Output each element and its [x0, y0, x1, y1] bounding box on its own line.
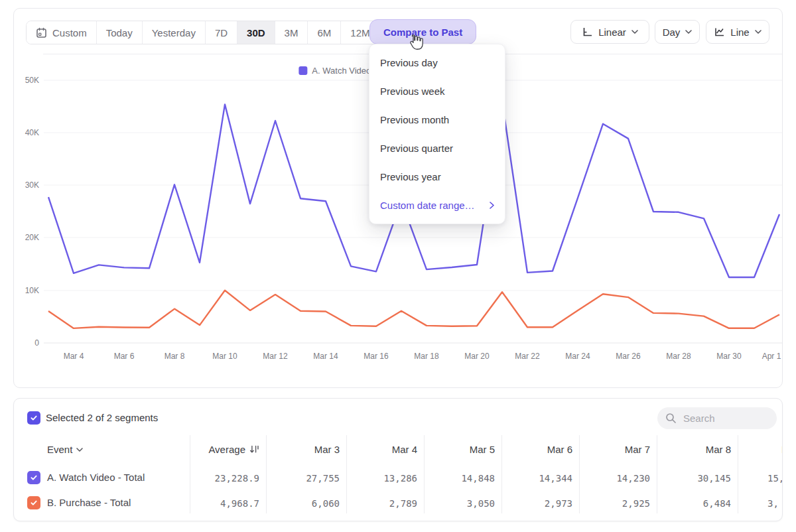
- x-axis-label: Mar 8: [165, 352, 185, 361]
- x-axis-label: Mar 28: [666, 352, 691, 361]
- cell: 2,789: [389, 498, 417, 509]
- x-axis-label: Mar 30: [716, 352, 741, 361]
- column-header-event[interactable]: Event: [47, 444, 83, 455]
- menu-item-label: Previous quarter: [380, 143, 453, 154]
- cell: 15,: [767, 473, 783, 484]
- row-label: B. Purchase - Total: [47, 497, 131, 508]
- menu-item-label: Previous year: [380, 171, 441, 182]
- cell: 3,050: [467, 498, 495, 509]
- x-axis-label: Mar 20: [464, 352, 489, 361]
- y-axis-label: 10K: [17, 286, 39, 295]
- column-separator: [738, 435, 738, 513]
- x-axis-label: Mar 10: [212, 352, 237, 361]
- menu-item-custom-date-range[interactable]: Custom date range…: [369, 191, 505, 220]
- search-icon: [665, 413, 677, 424]
- row-checkbox-purchase[interactable]: [27, 496, 40, 509]
- check-icon: [30, 414, 38, 422]
- compare-to-past-menu: Previous dayPrevious weekPrevious monthP…: [369, 44, 505, 224]
- menu-item-label: Previous month: [380, 114, 449, 125]
- y-axis-label: 0: [17, 338, 39, 348]
- x-axis-label: Mar 24: [565, 352, 590, 361]
- column-header-mar-5[interactable]: Mar 5: [470, 444, 495, 455]
- x-axis-label: Mar 18: [414, 352, 438, 361]
- column-header-clipped[interactable]: M: [781, 444, 783, 455]
- column-separator: [346, 435, 347, 513]
- cell: 2,925: [622, 498, 650, 509]
- x-axis-label: Mar 22: [515, 352, 539, 361]
- column-separator: [501, 435, 502, 513]
- cell: 2,973: [545, 498, 572, 509]
- cell: 3,: [767, 498, 779, 509]
- cell: 4,968.7: [220, 498, 259, 509]
- column-separator: [657, 435, 657, 513]
- search-box: [657, 407, 777, 429]
- column-separator: [190, 435, 190, 513]
- cell: 6,484: [703, 498, 731, 509]
- y-axis-label: 50K: [17, 76, 39, 85]
- menu-item-previous-day[interactable]: Previous day: [369, 48, 505, 77]
- selected-segments-label: Selected 2 of 2 segments: [46, 412, 158, 423]
- cell: 14,848: [461, 473, 495, 484]
- x-axis-label: Mar 16: [364, 352, 388, 361]
- x-axis-label: Mar 26: [616, 352, 640, 361]
- column-header-mar-6[interactable]: Mar 6: [547, 444, 572, 455]
- cell: 30,145: [697, 473, 731, 484]
- column-separator: [424, 435, 425, 513]
- cell: 14,344: [539, 473, 572, 484]
- x-axis-label: Mar 4: [64, 352, 84, 361]
- cell: 13,286: [383, 473, 417, 484]
- y-axis-label: 20K: [17, 233, 39, 242]
- search-input[interactable]: [682, 412, 764, 425]
- legend-swatch: [298, 66, 307, 75]
- column-header-mar-3[interactable]: Mar 3: [314, 444, 340, 455]
- row-label: A. Watch Video - Total: [47, 472, 145, 483]
- segments-card: Selected 2 of 2 segments EventAverageMar…: [13, 398, 783, 521]
- cell: 6,060: [312, 498, 340, 509]
- menu-item-previous-year[interactable]: Previous year: [369, 163, 505, 191]
- cell: 27,755: [306, 473, 340, 484]
- row-checkbox-watch-video[interactable]: [27, 471, 40, 484]
- sort-descending-icon: [249, 445, 259, 454]
- column-header-average[interactable]: Average: [208, 444, 259, 455]
- x-axis-label: Mar 6: [114, 352, 135, 361]
- menu-item-label: Previous day: [380, 57, 438, 68]
- cell: 14,230: [616, 473, 650, 484]
- x-axis-label: Apr 1: [762, 352, 781, 361]
- menu-item-label: Previous week: [380, 86, 445, 97]
- x-axis-label: Mar 12: [263, 352, 287, 361]
- series-line-b-purchase-total: [48, 291, 779, 328]
- column-header-mar-8[interactable]: Mar 8: [706, 444, 731, 455]
- menu-item-label: Custom date range…: [380, 200, 475, 211]
- menu-item-previous-month[interactable]: Previous month: [369, 105, 505, 134]
- x-axis-label: Mar 14: [313, 352, 338, 361]
- menu-item-previous-week[interactable]: Previous week: [369, 77, 505, 105]
- menu-item-previous-quarter[interactable]: Previous quarter: [369, 134, 505, 163]
- select-all-checkbox[interactable]: [27, 411, 40, 425]
- column-header-mar-4[interactable]: Mar 4: [392, 444, 417, 455]
- column-separator: [579, 435, 580, 513]
- column-separator: [266, 435, 267, 513]
- chevron-right-icon: [490, 202, 494, 209]
- column-header-mar-7[interactable]: Mar 7: [625, 444, 650, 455]
- y-axis-label: 30K: [17, 180, 39, 190]
- y-axis-label: 40K: [17, 128, 39, 137]
- cell: 23,228.9: [215, 473, 259, 484]
